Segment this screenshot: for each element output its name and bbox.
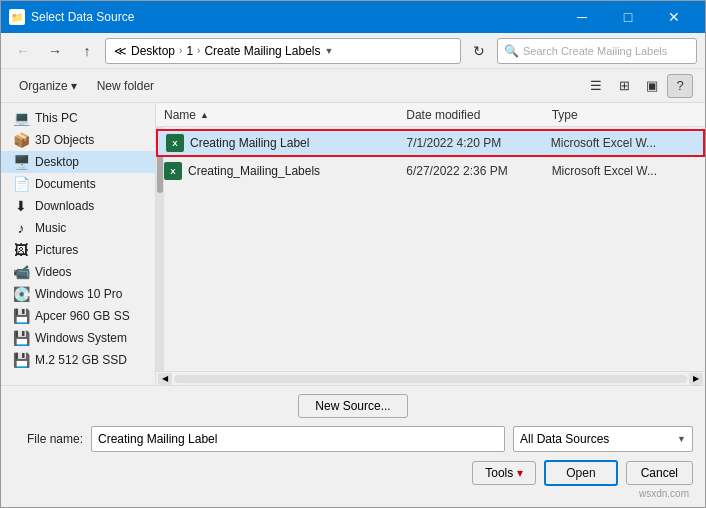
- filename-input[interactable]: [91, 426, 505, 452]
- column-type[interactable]: Type: [552, 108, 697, 122]
- refresh-button[interactable]: ↻: [465, 38, 493, 64]
- sidebar-icon-this-pc: 💻: [13, 110, 29, 126]
- back-button[interactable]: ←: [9, 38, 37, 64]
- search-bar[interactable]: 🔍 Search Create Mailing Labels: [497, 38, 697, 64]
- scroll-track[interactable]: [174, 375, 687, 383]
- sidebar: 💻 This PC 📦 3D Objects 🖥️ Desktop 📄 Docu…: [1, 103, 156, 385]
- sidebar-item-downloads[interactable]: ⬇ Downloads: [1, 195, 155, 217]
- sidebar-container: 💻 This PC 📦 3D Objects 🖥️ Desktop 📄 Docu…: [1, 103, 156, 385]
- search-icon: 🔍: [504, 44, 519, 58]
- sidebar-item-3d-objects[interactable]: 📦 3D Objects: [1, 129, 155, 151]
- sidebar-label-music: Music: [35, 221, 66, 235]
- view-controls: ☰ ⊞ ▣ ?: [583, 74, 693, 98]
- sidebar-icon-windowssystem: 💾: [13, 330, 29, 346]
- new-source-button[interactable]: New Source...: [298, 394, 407, 418]
- sidebar-label-videos: Videos: [35, 265, 71, 279]
- cancel-button[interactable]: Cancel: [626, 461, 693, 485]
- filetype-dropdown-arrow: ▼: [677, 434, 686, 444]
- sidebar-label-documents: Documents: [35, 177, 96, 191]
- sidebar-item-windowssystem[interactable]: 💾 Windows System: [1, 327, 155, 349]
- sort-arrow: ▲: [200, 110, 209, 120]
- sidebar-icon-apcer960: 💾: [13, 308, 29, 324]
- title-bar: 📁 Select Data Source ─ □ ✕: [1, 1, 705, 33]
- file-list-header: Name ▲ Date modified Type: [156, 103, 705, 127]
- sidebar-item-desktop[interactable]: 🖥️ Desktop: [1, 151, 155, 173]
- horizontal-scrollbar[interactable]: ◀ ▶: [156, 371, 705, 385]
- tools-label: Tools: [485, 466, 513, 480]
- up-button[interactable]: ↑: [73, 38, 101, 64]
- sidebar-item-apcer960[interactable]: 💾 Apcer 960 GB SS: [1, 305, 155, 327]
- sidebar-icon-videos: 📹: [13, 264, 29, 280]
- column-name[interactable]: Name ▲: [164, 108, 406, 122]
- help-button[interactable]: ?: [667, 74, 693, 98]
- sidebar-icon-pictures: 🖼: [13, 242, 29, 258]
- file-list: X Creating Mailing Label 7/1/2022 4:20 P…: [156, 127, 705, 371]
- preview-pane-button[interactable]: ▣: [639, 74, 665, 98]
- sidebar-item-m2ssd[interactable]: 💾 M.2 512 GB SSD: [1, 349, 155, 371]
- sidebar-item-this-pc[interactable]: 💻 This PC: [1, 107, 155, 129]
- maximize-button[interactable]: □: [605, 1, 651, 33]
- breadcrumb-bar[interactable]: ≪ Desktop › 1 › Create Mailing Labels ▼: [105, 38, 461, 64]
- breadcrumb-icon: ≪: [114, 44, 127, 58]
- file-name-label-creating-mailing-labels: Creating_Mailing_Labels: [188, 164, 320, 178]
- sidebar-item-documents[interactable]: 📄 Documents: [1, 173, 155, 195]
- breadcrumb-1[interactable]: 1: [186, 44, 193, 58]
- breadcrumb-desktop[interactable]: Desktop: [131, 44, 175, 58]
- forward-button[interactable]: →: [41, 38, 69, 64]
- minimize-button[interactable]: ─: [559, 1, 605, 33]
- tools-dropdown-arrow: ▾: [517, 466, 523, 480]
- sidebar-label-windows10pro: Windows 10 Pro: [35, 287, 122, 301]
- scroll-left-button[interactable]: ◀: [158, 373, 172, 385]
- scroll-right-button[interactable]: ▶: [689, 373, 703, 385]
- sidebar-label-3d-objects: 3D Objects: [35, 133, 94, 147]
- sidebar-item-videos[interactable]: 📹 Videos: [1, 261, 155, 283]
- breadcrumb-create-mailing-labels[interactable]: Create Mailing Labels: [204, 44, 320, 58]
- action-row: Tools ▾ Open Cancel: [13, 460, 693, 486]
- breadcrumb-sep2: ›: [197, 45, 200, 56]
- sidebar-icon-3d-objects: 📦: [13, 132, 29, 148]
- open-button[interactable]: Open: [544, 460, 617, 486]
- sidebar-label-downloads: Downloads: [35, 199, 94, 213]
- sidebar-label-pictures: Pictures: [35, 243, 78, 257]
- main-content: 💻 This PC 📦 3D Objects 🖥️ Desktop 📄 Docu…: [1, 103, 705, 385]
- file-row-creating-mailing-labels[interactable]: X Creating_Mailing_Labels 6/27/2022 2:36…: [156, 157, 705, 185]
- close-button[interactable]: ✕: [651, 1, 697, 33]
- sidebar-icon-music: ♪: [13, 220, 29, 236]
- filename-label: File name:: [13, 432, 83, 446]
- file-type-creating-mailing-labels: Microsoft Excel W...: [552, 164, 697, 178]
- sidebar-label-desktop: Desktop: [35, 155, 79, 169]
- window-title: Select Data Source: [31, 10, 134, 24]
- file-date-creating-mailing-labels: 6/27/2022 2:36 PM: [406, 164, 551, 178]
- sidebar-item-windows10pro[interactable]: 💽 Windows 10 Pro: [1, 283, 155, 305]
- file-type-creating-mailing-label: Microsoft Excel W...: [551, 136, 695, 150]
- organize-button[interactable]: Organize ▾: [13, 75, 83, 97]
- new-source-row: New Source...: [13, 394, 693, 418]
- sidebar-item-pictures[interactable]: 🖼 Pictures: [1, 239, 155, 261]
- new-folder-button[interactable]: New folder: [91, 75, 160, 97]
- organize-bar: Organize ▾ New folder ☰ ⊞ ▣ ?: [1, 69, 705, 103]
- main-window: 📁 Select Data Source ─ □ ✕ ← → ↑ ≪ Deskt…: [0, 0, 706, 508]
- sidebar-icon-windows10pro: 💽: [13, 286, 29, 302]
- new-folder-label: New folder: [97, 79, 154, 93]
- sidebar-label-windowssystem: Windows System: [35, 331, 127, 345]
- filetype-select[interactable]: All Data Sources ▼: [513, 426, 693, 452]
- excel-icon-creating-mailing-labels: X: [164, 162, 182, 180]
- watermark: wsxdn.com: [13, 486, 693, 499]
- sidebar-icon-downloads: ⬇: [13, 198, 29, 214]
- breadcrumb-dropdown-arrow[interactable]: ▼: [324, 46, 333, 56]
- column-date-modified[interactable]: Date modified: [406, 108, 551, 122]
- sidebar-icon-desktop: 🖥️: [13, 154, 29, 170]
- file-area: Name ▲ Date modified Type X Creating Mai…: [156, 103, 705, 385]
- organize-label: Organize: [19, 79, 68, 93]
- list-view-button[interactable]: ☰: [583, 74, 609, 98]
- file-name-creating-mailing-labels: X Creating_Mailing_Labels: [164, 162, 406, 180]
- file-row-creating-mailing-label[interactable]: X Creating Mailing Label 7/1/2022 4:20 P…: [156, 129, 705, 157]
- sidebar-icon-m2ssd: 💾: [13, 352, 29, 368]
- tools-button[interactable]: Tools ▾: [472, 461, 536, 485]
- sidebar-item-music[interactable]: ♪ Music: [1, 217, 155, 239]
- nav-toolbar: ← → ↑ ≪ Desktop › 1 › Create Mailing Lab…: [1, 33, 705, 69]
- organize-dropdown-icon: ▾: [71, 79, 77, 93]
- breadcrumb-sep1: ›: [179, 45, 182, 56]
- detail-view-button[interactable]: ⊞: [611, 74, 637, 98]
- title-bar-left: 📁 Select Data Source: [9, 9, 134, 25]
